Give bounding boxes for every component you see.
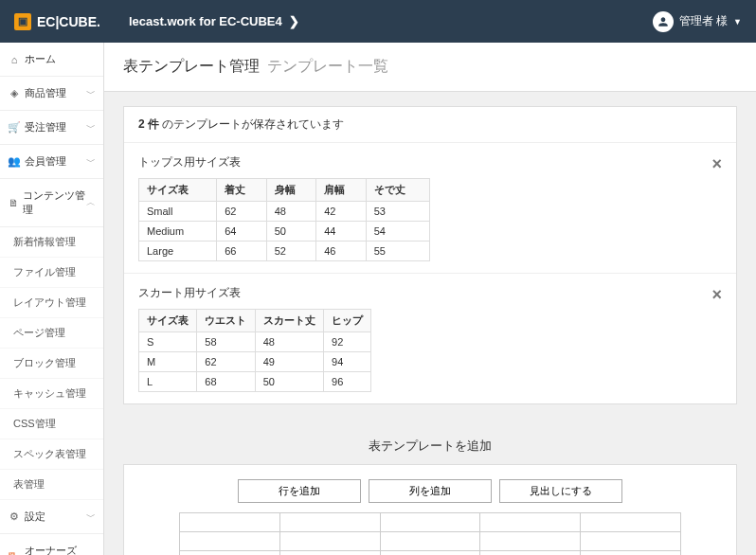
subnav-css[interactable]: CSS管理 [0,409,103,439]
subnav-block[interactable]: ブロック管理 [0,349,103,379]
file-icon: 🗎 [8,197,19,208]
make-heading-button[interactable]: 見出しにする [499,479,622,503]
subnav-file[interactable]: ファイル管理 [0,258,103,288]
table-header: 身幅 [266,179,316,202]
user-name: 管理者 様 [679,13,728,29]
logo-icon: ▣ [14,13,31,30]
template-table-0: サイズ表 着丈 身幅 肩幅 そで丈 Small62484253 Medium64… [138,178,430,261]
template-block-0: トップス用サイズ表 × サイズ表 着丈 身幅 肩幅 そで丈 Small62484… [124,143,736,273]
nav-home[interactable]: ⌂ホーム [0,43,103,77]
user-menu[interactable]: 管理者 様 ▼ [653,11,742,32]
users-icon: 👥 [8,155,21,168]
chevron-down-icon: ﹀ [86,510,96,524]
subnav-news[interactable]: 新着情報管理 [0,227,103,258]
table-header: ウエスト [197,310,255,332]
template-title: スカート用サイズ表 [138,285,722,301]
main-content: 表テンプレート管理 テンプレート一覧 2 件 のテンプレートが保存されています … [104,43,756,555]
chevron-down-icon: ﹀ [86,87,96,100]
close-icon[interactable]: × [711,154,722,174]
subnav-table[interactable]: 表管理 [0,470,103,500]
table-row: M624994 [139,352,371,372]
table-header: ヒップ [324,310,371,332]
add-heading: 表テンプレートを追加 [123,428,737,464]
close-icon[interactable]: × [711,285,722,305]
table-row: Medium64504454 [139,222,430,242]
chevron-down-icon: ▼ [733,17,742,27]
add-col-button[interactable]: 列を追加 [369,479,492,503]
page-header: 表テンプレート管理 テンプレート一覧 [104,43,756,92]
cog-icon: ⚙ [8,510,21,523]
cart-icon: 🛒 [8,121,21,134]
user-icon [653,11,674,32]
page-title: 表テンプレート管理 テンプレート一覧 [123,57,737,77]
home-icon: ⌂ [8,54,21,65]
nav-store[interactable]: 🏪オーナーズストア﹀ [0,534,103,555]
subnav-layout[interactable]: レイアウト管理 [0,288,103,318]
templates-card: 2 件 のテンプレートが保存されています トップス用サイズ表 × サイズ表 着丈… [123,106,737,404]
template-table-1: サイズ表 ウエスト スカート丈 ヒップ S584892 M624994 L685… [138,309,371,392]
add-template-section: 表テンプレートを追加 行を追加 列を追加 見出しにする 行を削除 列を削除 [123,428,737,555]
subnav-cache[interactable]: キャッシュ管理 [0,379,103,409]
chevron-down-icon: ﹀ [86,551,96,555]
table-header-row: サイズ表 ウエスト スカート丈 ヒップ [139,310,371,332]
table-header: そで丈 [366,179,429,202]
nav-members[interactable]: 👥会員管理﹀ [0,145,103,179]
table-header: スカート丈 [255,310,323,332]
store-icon: 🏪 [8,552,21,556]
header-title[interactable]: lecast.work for EC-CUBE4 ❯ [129,14,299,28]
table-header: 肩幅 [316,179,367,202]
template-count: 2 件 のテンプレートが保存されています [124,107,736,143]
page-subtitle: テンプレート一覧 [267,58,388,74]
table-header: 着丈 [217,179,267,202]
table-header: サイズ表 [139,310,197,332]
table-header: サイズ表 [139,179,217,202]
add-card: 行を追加 列を追加 見出しにする 行を削除 列を削除 新規追加 [123,464,737,555]
chevron-up-icon: ︿ [86,196,96,209]
nav-content[interactable]: 🗎コンテンツ管理︿ [0,179,103,227]
table-header-row: サイズ表 着丈 身幅 肩幅 そで丈 [139,179,430,202]
logo-text: EC|CUBE [37,14,97,29]
chevron-down-icon: ﹀ [86,121,96,134]
nav-settings[interactable]: ⚙設定﹀ [0,500,103,534]
app-header: ▣ EC|CUBE. lecast.work for EC-CUBE4 ❯ 管理… [0,0,756,43]
table-row: Small62484253 [139,202,430,222]
table-row: L685096 [139,372,371,392]
logo: ▣ EC|CUBE. [14,13,100,30]
subnav-spec[interactable]: スペック表管理 [0,439,103,470]
chevron-down-icon: ﹀ [86,155,96,169]
table-row: Large66524655 [139,242,430,261]
nav-products[interactable]: ◈商品管理﹀ [0,77,103,111]
add-row-button[interactable]: 行を追加 [238,479,361,503]
edit-grid[interactable] [179,512,681,555]
nav-orders[interactable]: 🛒受注管理﹀ [0,111,103,145]
cube-icon: ◈ [8,87,21,99]
chevron-right-icon: ❯ [289,14,299,28]
subnav-page[interactable]: ページ管理 [0,318,103,349]
sidebar: ⌂ホーム ◈商品管理﹀ 🛒受注管理﹀ 👥会員管理﹀ 🗎コンテンツ管理︿ 新着情報… [0,43,104,555]
table-row: S584892 [139,332,371,352]
template-block-1: スカート用サイズ表 × サイズ表 ウエスト スカート丈 ヒップ S584892 … [124,273,736,403]
template-title: トップス用サイズ表 [138,154,722,170]
